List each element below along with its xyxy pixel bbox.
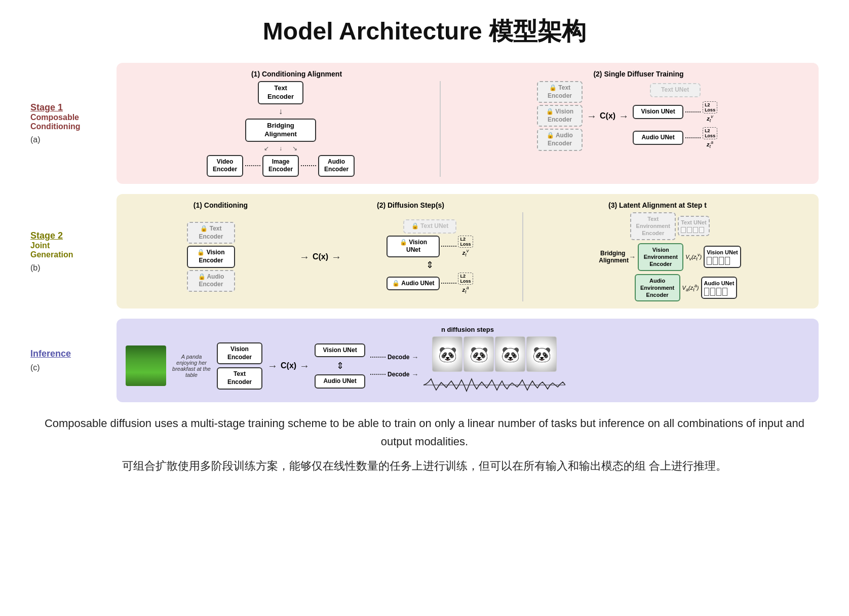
decode1-arr: → bbox=[411, 354, 418, 361]
stage2-cols: (1) Conditioning (2) Diffusion Step(s) (… bbox=[126, 201, 809, 302]
vision-unet-row: Vision UNet L2Loss ztv bbox=[633, 101, 717, 123]
s2-audio-unet-row: 🔒 Audio UNet L2Loss zta bbox=[387, 273, 473, 294]
stage2-content: (1) Conditioning (2) Diffusion Step(s) (… bbox=[117, 194, 819, 309]
panda-strip bbox=[432, 336, 557, 372]
stage2-label: Stage 2 Joint Generation (b) bbox=[30, 194, 111, 309]
stage2-subtitle1: Joint bbox=[30, 241, 50, 250]
lock3: 🔒 bbox=[547, 132, 554, 139]
inf-cx-label: C(x) bbox=[281, 361, 296, 370]
stage1-label: Stage 1 Composable Conditioning (a) bbox=[30, 63, 111, 184]
arrow-right-unets: → bbox=[619, 111, 629, 121]
audio-encoder-locked: 🔒 AudioEncoder bbox=[537, 129, 583, 150]
vsq2 bbox=[713, 257, 718, 265]
inf-arr2: → bbox=[299, 361, 310, 371]
s2-cx-label: C(x) bbox=[313, 252, 328, 261]
inference-content: n diffusion steps A panda enjoying her b… bbox=[117, 319, 819, 402]
decode1-row: Decode → bbox=[370, 354, 418, 361]
s2-text-unet-r: Text UNet bbox=[678, 216, 710, 236]
s2-arr1: → bbox=[299, 252, 310, 262]
text-encoder-label: TextEncoder bbox=[267, 84, 294, 100]
s2-bridging-row: BridgingAlignment → VisionEnvironmentEnc… bbox=[599, 243, 741, 271]
inf-decode-arrows: Decode → Decode → bbox=[370, 354, 418, 378]
s2-zv: ztv bbox=[462, 248, 469, 257]
inf-text-enc: TextEncoder bbox=[217, 367, 262, 389]
vision-unet-label: Vision UNet bbox=[641, 108, 675, 115]
arrow-tl: ↙ bbox=[264, 145, 269, 152]
s2-text-unet-lock: 🔒 Text UNet bbox=[403, 219, 456, 234]
panda-img-1 bbox=[432, 336, 462, 372]
stage1-letter: (a) bbox=[30, 135, 41, 144]
text-unet-dashed: Text UNet bbox=[650, 83, 701, 97]
stage1-content: (1) Conditioning Alignment (2) Single Di… bbox=[117, 63, 819, 184]
decode2-label: Decode bbox=[388, 371, 409, 378]
stage1-subtitle2: Conditioning bbox=[30, 122, 81, 131]
s2-bridge-arr: → bbox=[629, 253, 636, 260]
inf-vision-unet-label: Vision UNet bbox=[323, 346, 357, 354]
panda-img-4 bbox=[526, 336, 557, 372]
panda-caption: A panda enjoying her breakfast at the ta… bbox=[171, 354, 212, 378]
s2-audio-env-row: AudioEnvironmentEncoder Va(zta) Audio UN… bbox=[635, 274, 738, 302]
s2-audio-env-label: AudioEnvironmentEncoder bbox=[640, 278, 674, 298]
s2-l2-zv: L2Loss ztv bbox=[458, 236, 473, 257]
encoder-row: VideoEncoder ImageEncoder AudioEncoder bbox=[207, 155, 355, 177]
text-encoder-locked: 🔒 TextEncoder bbox=[537, 81, 583, 103]
inf-unets: Vision UNet ⇕ Audio UNet bbox=[315, 343, 365, 389]
s2-text-enc-lock: 🔒 TextEncoder bbox=[187, 222, 235, 244]
s2-audio-unet-r: Audio UNet bbox=[701, 277, 738, 299]
video-encoder-box: VideoEncoder bbox=[207, 155, 243, 177]
s2-text-env-label: TextEnvironmentEncoder bbox=[636, 216, 670, 237]
s2-dotline-a bbox=[441, 283, 456, 284]
panda-img-3 bbox=[495, 336, 525, 372]
s2-arr2: → bbox=[331, 252, 341, 262]
arrow-tc: ↓ bbox=[279, 145, 282, 152]
s2-text-unet-label: Text UNet bbox=[420, 222, 448, 229]
stage2-subtitle2: Generation bbox=[30, 250, 73, 259]
stage2-title: Stage 2 bbox=[30, 230, 63, 241]
lock1: 🔒 bbox=[549, 84, 557, 91]
vsq3 bbox=[719, 257, 724, 265]
audio-unet-squares bbox=[704, 288, 735, 296]
s2-za: zta bbox=[462, 285, 469, 294]
s2-dotline-v bbox=[441, 246, 456, 247]
s2-audio-unet-label: Audio UNet bbox=[401, 280, 434, 287]
stage1-row: Stage 1 Composable Conditioning (a) (1) … bbox=[30, 63, 819, 184]
s2-audio-unet-r-label: Audio UNet bbox=[704, 280, 735, 286]
s2-audio-unet: 🔒 Audio UNet bbox=[387, 277, 440, 291]
stage2-letter: (b) bbox=[30, 263, 41, 273]
decode1-label: Decode bbox=[388, 354, 409, 361]
s2-l2-a: L2Loss bbox=[458, 273, 473, 285]
ndiff-label: n diffusion steps bbox=[126, 326, 809, 333]
s2-vision-unet-label: Vision UNet bbox=[406, 239, 427, 254]
image-encoder-label: ImageEncoder bbox=[268, 158, 293, 173]
s2-vision-env-enc: VisionEnvironmentEncoder bbox=[638, 243, 683, 271]
vsq1 bbox=[707, 257, 712, 265]
s2-vision-unet-r: Vision UNet bbox=[704, 246, 741, 268]
s2-cx-arrow: → C(x) → bbox=[299, 252, 341, 262]
inf-dot1 bbox=[370, 357, 385, 358]
stage1-title: Stage 1 bbox=[30, 102, 63, 113]
inf-encoders: VisionEncoder TextEncoder bbox=[217, 342, 262, 389]
inference-label: Inference (c) bbox=[30, 319, 111, 402]
stage2-divider bbox=[522, 212, 523, 302]
s2-lock3: 🔒 bbox=[198, 273, 206, 280]
stage1-col1-header: (1) Conditioning Alignment bbox=[126, 70, 468, 78]
sq3 bbox=[693, 227, 698, 233]
s2-text-unet-r-label: Text UNet bbox=[681, 219, 707, 225]
asq2 bbox=[710, 288, 715, 296]
forest-image bbox=[126, 345, 166, 386]
bridging-alignment-box: Bridging Alignment bbox=[245, 119, 316, 142]
stage1-cols: (1) Conditioning Alignment (2) Single Di… bbox=[126, 70, 809, 177]
audio-waveform bbox=[423, 375, 565, 395]
s2-audio-enc-lock: 🔒 AudioEncoder bbox=[187, 270, 235, 292]
text-unet-dashed-label: Text UNet bbox=[661, 86, 689, 93]
decode2-arr: → bbox=[411, 371, 418, 378]
vsq4 bbox=[725, 257, 730, 265]
arrow-right-cx: → bbox=[587, 111, 597, 121]
s2-vision-enc: 🔒 VisionEncoder bbox=[187, 246, 235, 267]
panda-img-2 bbox=[464, 336, 494, 372]
audio-unet-label: Audio UNet bbox=[641, 134, 674, 141]
zv-label: ztv bbox=[707, 114, 713, 123]
l2-zv: L2Loss ztv bbox=[703, 101, 717, 123]
stage1-content-row: TextEncoder ↓ Bridging Alignment ↙ ↓ ↘ bbox=[126, 81, 809, 177]
inference-content-row: A panda enjoying her breakfast at the ta… bbox=[126, 336, 809, 395]
